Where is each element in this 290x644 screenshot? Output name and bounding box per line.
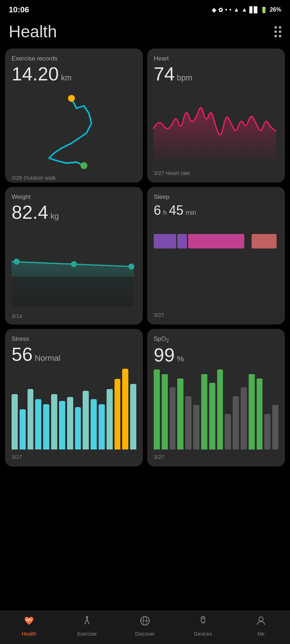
spo2-bar-item bbox=[272, 405, 278, 449]
stress-bar-item bbox=[75, 407, 81, 449]
exercise-map bbox=[12, 88, 136, 169]
stress-bar-item bbox=[107, 389, 113, 449]
stress-bar-item bbox=[91, 399, 97, 449]
dot-icon2: • bbox=[229, 7, 232, 13]
stress-label: Stress bbox=[12, 335, 136, 343]
spo2-bar-item bbox=[170, 387, 176, 449]
sleep-bar-gap bbox=[245, 234, 250, 248]
sleep-value-row: 6 h 45 min bbox=[154, 203, 278, 218]
stress-card[interactable]: Stress 56 Normal 3/27 bbox=[5, 329, 143, 467]
battery-icon: 🔋 bbox=[260, 7, 268, 13]
spo2-date: 3/27 bbox=[154, 451, 278, 460]
discover-icon bbox=[140, 615, 150, 629]
spo2-bar-item bbox=[154, 369, 160, 449]
stress-bar-item bbox=[59, 401, 65, 449]
heart-chart bbox=[154, 88, 278, 164]
stress-unit: Normal bbox=[35, 354, 61, 363]
weight-date: 3/14 bbox=[12, 310, 136, 319]
spo2-bar-item bbox=[209, 383, 215, 449]
exercise-value-row: 14.20 km bbox=[12, 64, 136, 83]
header: Health bbox=[0, 18, 290, 49]
nav-me-label: Me bbox=[257, 631, 264, 637]
cards-grid: Exercise records 14.20 km 3/26 Outdoor w… bbox=[0, 49, 290, 524]
sleep-value-min: 45 bbox=[169, 203, 183, 218]
menu-dot-4 bbox=[279, 26, 281, 29]
spo2-value-row: 99 % bbox=[154, 346, 278, 364]
sleep-bar-awake bbox=[252, 234, 277, 248]
stress-bar-item bbox=[130, 384, 136, 449]
sleep-card[interactable]: Sleep 6 h 45 min 3/27 bbox=[147, 187, 285, 325]
menu-dot-3 bbox=[274, 35, 277, 37]
spo2-bar-item bbox=[241, 387, 247, 449]
stress-bar-item bbox=[67, 397, 73, 449]
spo2-card[interactable]: SpO2 99 % 3/27 bbox=[147, 329, 285, 467]
svg-point-13 bbox=[202, 618, 204, 619]
signal-icon2: ▲ bbox=[241, 7, 247, 13]
exercise-unit: km bbox=[61, 73, 71, 83]
weight-label: Weight bbox=[12, 193, 136, 201]
heart-date: 3/27 Heart rate bbox=[154, 167, 278, 176]
svg-point-14 bbox=[259, 617, 263, 621]
menu-dot-6 bbox=[279, 35, 281, 37]
spo2-bar-item bbox=[217, 369, 223, 449]
devices-icon bbox=[198, 615, 208, 629]
nav-devices[interactable]: Devices bbox=[188, 615, 218, 637]
sleep-bar-light bbox=[177, 234, 187, 248]
more-options-button[interactable] bbox=[274, 26, 281, 37]
menu-dot-2 bbox=[274, 30, 277, 33]
heart-value-row: 74 bpm bbox=[154, 64, 278, 83]
stress-bar-item bbox=[99, 404, 105, 449]
menu-dot-5 bbox=[279, 30, 281, 33]
nav-discover[interactable]: Discover bbox=[130, 615, 160, 637]
sleep-unit-h: h bbox=[163, 209, 167, 217]
nav-me[interactable]: Me bbox=[246, 615, 276, 637]
sleep-date: 3/27 bbox=[154, 309, 278, 318]
fan-icon: ✿ bbox=[218, 7, 223, 13]
stress-bars-container bbox=[12, 365, 136, 451]
battery-percent: 26% bbox=[270, 7, 281, 13]
stress-bar-item bbox=[122, 369, 128, 449]
sleep-value-h: 6 bbox=[154, 203, 161, 218]
stress-bar-item bbox=[28, 389, 34, 449]
heart-value: 74 bbox=[154, 64, 175, 83]
spo2-bars-container bbox=[154, 366, 278, 451]
nav-exercise-label: Exercise bbox=[77, 631, 97, 637]
weight-value-row: 82.4 kg bbox=[12, 203, 136, 222]
sleep-chart bbox=[154, 234, 278, 248]
spo2-bar-item bbox=[193, 405, 199, 449]
signal-bars: ▋▊ bbox=[249, 7, 258, 13]
stress-bar-item bbox=[43, 404, 49, 449]
spo2-bar-item bbox=[185, 396, 191, 449]
nav-health-label: Health bbox=[22, 631, 36, 637]
spo2-bar-item bbox=[177, 379, 183, 449]
spo2-bar-item bbox=[264, 414, 270, 449]
sleep-bar-rem bbox=[188, 234, 244, 248]
nav-health[interactable]: Health bbox=[14, 615, 44, 637]
svg-point-1 bbox=[80, 162, 87, 169]
spo2-bar-item bbox=[225, 414, 231, 449]
spo2-bar-item bbox=[257, 379, 263, 449]
stress-bar-item bbox=[115, 379, 121, 449]
status-bar: 10:06 ◈ ✿ • • ▲ ▲ ▋▊ 🔋 26% bbox=[0, 0, 290, 18]
heart-unit: bpm bbox=[177, 73, 192, 83]
signal-icon: ▲ bbox=[233, 7, 239, 13]
page-title: Health bbox=[9, 22, 57, 41]
spo2-unit: % bbox=[177, 354, 184, 364]
exercise-label: Exercise records bbox=[12, 55, 136, 62]
nav-discover-label: Discover bbox=[135, 631, 155, 637]
exercise-card[interactable]: Exercise records 14.20 km 3/26 Outdoor w… bbox=[5, 49, 143, 183]
spo2-bar-item bbox=[233, 396, 239, 449]
exercise-icon bbox=[82, 615, 92, 629]
spo2-bar-item bbox=[201, 374, 207, 449]
nav-exercise[interactable]: Exercise bbox=[72, 615, 102, 637]
stress-bar-item bbox=[20, 409, 26, 450]
stress-value-row: 56 Normal bbox=[12, 345, 136, 364]
bottom-nav: Health Exercise Discover bbox=[0, 611, 290, 644]
weight-card[interactable]: Weight 82.4 kg 3/14 bbox=[5, 187, 143, 325]
heart-card[interactable]: Heart 74 bpm 3/27 Heart rate bbox=[147, 49, 285, 183]
sleep-label: Sleep bbox=[154, 193, 278, 201]
stress-bar-item bbox=[12, 394, 18, 449]
spo2-label: SpO2 bbox=[154, 335, 278, 343]
stress-date: 3/27 bbox=[12, 451, 136, 460]
spo2-value: 99 bbox=[154, 346, 175, 364]
